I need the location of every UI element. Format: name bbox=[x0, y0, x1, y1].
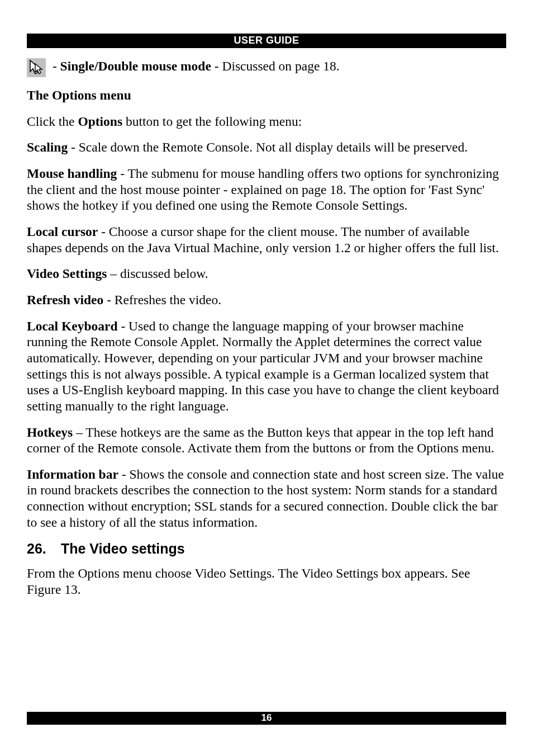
refresh-video-para: Refresh video - Refreshes the video. bbox=[27, 292, 506, 308]
hotkeys-para: Hotkeys – These hotkeys are the same as … bbox=[27, 424, 506, 456]
options-intro: Click the Options button to get the foll… bbox=[27, 114, 506, 130]
scaling-para: Scaling - Scale down the Remote Console.… bbox=[27, 139, 506, 155]
mouse-mode-line: - Single/Double mouse mode - Discussed o… bbox=[27, 58, 506, 77]
refresh-video-rest: - Refreshes the video. bbox=[103, 292, 221, 307]
section-number: 26. bbox=[27, 540, 57, 557]
video-settings-rest: – discussed below. bbox=[107, 266, 208, 281]
information-bar-label: Information bar bbox=[27, 467, 118, 481]
section-heading: 26. The Video settings bbox=[27, 540, 506, 557]
options-menu-heading: The Options menu bbox=[27, 87, 506, 103]
options-intro-post: button to get the following menu: bbox=[122, 114, 302, 129]
mouse-mode-rest: - Discussed on page 18. bbox=[215, 59, 340, 73]
header-bar: USER GUIDE bbox=[27, 34, 506, 48]
mouse-mode-icon bbox=[27, 58, 46, 77]
sep-text: - bbox=[53, 59, 60, 73]
video-settings-label: Video Settings bbox=[27, 266, 107, 281]
header-title: USER GUIDE bbox=[234, 35, 299, 46]
page-number: 16 bbox=[261, 712, 272, 723]
local-keyboard-para: Local Keyboard - Used to change the lang… bbox=[27, 318, 506, 414]
local-cursor-rest: - Choose a cursor shape for the client m… bbox=[27, 224, 499, 255]
section-intro: From the Options menu choose Video Setti… bbox=[27, 565, 506, 597]
local-cursor-label: Local cursor bbox=[27, 224, 98, 239]
page: USER GUIDE - Single/Double mouse mode - … bbox=[0, 0, 533, 756]
footer-bar: 16 bbox=[27, 712, 506, 725]
local-keyboard-label: Local Keyboard bbox=[27, 319, 118, 333]
hotkeys-label: Hotkeys bbox=[27, 425, 73, 440]
information-bar-para: Information bar - Shows the console and … bbox=[27, 466, 506, 531]
mouse-handling-label: Mouse handling bbox=[27, 166, 117, 181]
content-area: - Single/Double mouse mode - Discussed o… bbox=[27, 48, 506, 597]
mouse-mode-label: Single/Double mouse mode bbox=[60, 59, 211, 73]
options-intro-bold: Options bbox=[78, 114, 122, 129]
scaling-label: Scaling bbox=[27, 140, 68, 154]
section-title: The Video settings bbox=[61, 541, 185, 556]
mouse-handling-para: Mouse handling - The submenu for mouse h… bbox=[27, 166, 506, 214]
scaling-rest: - Scale down the Remote Console. Not all… bbox=[68, 140, 468, 154]
hotkeys-rest: – These hotkeys are the same as the Butt… bbox=[27, 425, 494, 456]
options-intro-pre: Click the bbox=[27, 114, 78, 129]
refresh-video-label: Refresh video bbox=[27, 292, 103, 307]
local-cursor-para: Local cursor - Choose a cursor shape for… bbox=[27, 224, 506, 256]
video-settings-para: Video Settings – discussed below. bbox=[27, 266, 506, 282]
